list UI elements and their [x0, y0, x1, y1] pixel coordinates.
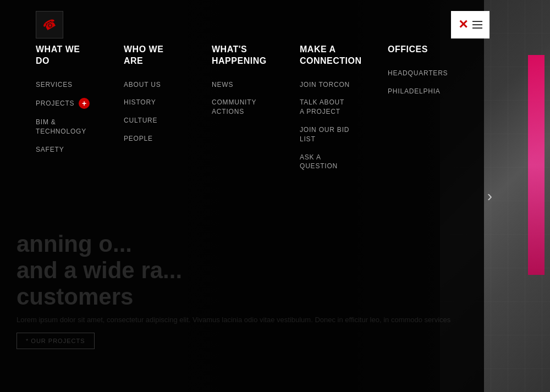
navigation-menu: WHAT WE DOSERVICESPROJECTS+BIM & TECHNOL… — [36, 33, 476, 191]
nav-item-community-actions[interactable]: COMMUNITY ACTIONS — [212, 98, 294, 117]
bg-text-line2: and a wide ra... — [16, 257, 450, 284]
nav-item-culture[interactable]: CULTURE — [124, 116, 206, 125]
next-arrow-button[interactable]: › — [487, 187, 492, 205]
hamburger-line-3 — [472, 27, 482, 29]
nav-item-history[interactable]: HISTORY — [124, 98, 206, 107]
nav-item-join-torcon[interactable]: JOIN TORCON — [300, 80, 382, 90]
nav-item-philadelphia[interactable]: PHILADELPHIA — [388, 87, 470, 96]
our-projects-button[interactable]: * OUR PROJECTS — [16, 333, 95, 349]
phone-icon-box[interactable]: ☎ — [36, 11, 63, 38]
nav-item-bim-technology[interactable]: BIM & TECHNOLOGY — [36, 118, 118, 136]
nav-item-about-us[interactable]: ABOUT US — [124, 80, 206, 90]
nav-item-talk-about-project[interactable]: TALK ABOUT A PROJECT — [300, 98, 382, 117]
close-x-icon: ✕ — [458, 19, 468, 31]
phone-icon: ☎ — [40, 15, 59, 34]
hamburger-icon — [472, 21, 482, 29]
bg-text-body: Lorem ipsum dolor sit amet, consectetur … — [16, 314, 450, 326]
hamburger-line-1 — [472, 21, 482, 22]
close-menu-button[interactable]: ✕ — [451, 11, 490, 38]
nav-item-safety[interactable]: SAFETY — [36, 145, 118, 154]
nav-item-services[interactable]: SERVICES — [36, 80, 118, 90]
nav-item-people[interactable]: PEOPLE — [124, 134, 206, 143]
nav-column-title-who-we-are: WHO WE ARE — [124, 44, 206, 67]
nav-column-what-we-do: WHAT WE DOSERVICESPROJECTS+BIM & TECHNOL… — [36, 33, 124, 191]
nav-column-title-whats-happening: WHAT'S HAPPENING — [212, 44, 294, 67]
nav-column-who-we-are: WHO WE AREABOUT USHISTORYCULTUREPEOPLE — [124, 33, 212, 191]
nav-item-news[interactable]: NEWS — [212, 80, 294, 90]
bg-text-line3: customers — [16, 284, 450, 310]
nav-column-whats-happening: WHAT'S HAPPENINGNEWSCOMMUNITY ACTIONS — [212, 33, 300, 191]
nav-item-headquarters[interactable]: HEADQUARTERS — [388, 69, 470, 78]
hamburger-line-2 — [472, 24, 482, 25]
nav-item-label-projects: PROJECTS — [36, 99, 74, 108]
nav-column-title-make-connection: MAKE A CONNECTION — [300, 44, 382, 67]
nav-item-ask-question[interactable]: ASK A QUESTION — [300, 153, 382, 172]
background-text-block: anning o... and a wide ra... customers L… — [16, 231, 450, 349]
nav-column-title-what-we-do: WHAT WE DO — [36, 44, 118, 67]
nav-column-make-connection: MAKE A CONNECTIONJOIN TORCONTALK ABOUT A… — [300, 33, 388, 191]
bg-text-line1: anning o... — [16, 231, 450, 257]
nav-column-title-offices: OFFICES — [388, 44, 470, 56]
projects-plus-icon: + — [79, 98, 90, 109]
nav-item-join-bid-list[interactable]: JOIN OUR BID LIST — [300, 125, 382, 144]
nav-column-offices: OFFICESHEADQUARTERSPHILADELPHIA — [388, 33, 476, 191]
nav-item-projects[interactable]: PROJECTS+ — [36, 98, 118, 109]
